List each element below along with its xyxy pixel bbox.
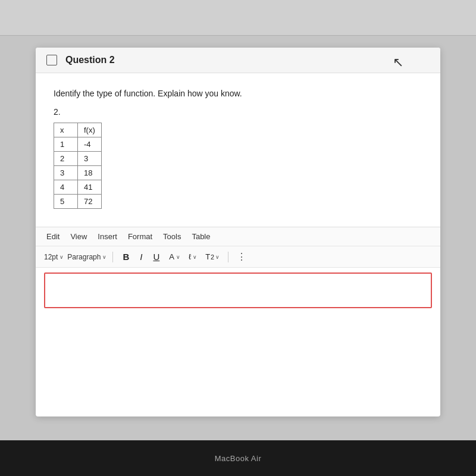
cell-fx-5: 72 xyxy=(78,195,102,209)
editor-toolbar-wrapper: Edit View Insert Format Tools Table 12pt… xyxy=(36,227,440,308)
cell-x-3: 3 xyxy=(54,166,78,180)
formatting-bar: 12pt ∨ Paragraph ∨ B I U A ∨ ℓ ∨ T2 xyxy=(36,246,440,268)
col-fx-header: f(x) xyxy=(78,123,102,137)
table-row: 4 41 xyxy=(54,180,102,195)
menu-insert[interactable]: Insert xyxy=(98,232,117,241)
question-number: 2. xyxy=(54,107,422,117)
function-table: x f(x) 1 -4 2 3 3 18 xyxy=(54,123,102,209)
paragraph-chevron-icon: ∨ xyxy=(102,254,107,260)
superscript-chevron-icon: ∨ xyxy=(215,254,220,260)
top-bar xyxy=(0,0,476,36)
font-size-selector[interactable]: 12pt ∨ xyxy=(44,253,64,261)
col-x-header: x xyxy=(54,123,78,137)
menu-format[interactable]: Format xyxy=(128,232,152,241)
table-row: 1 -4 xyxy=(54,137,102,152)
underline-button[interactable]: U xyxy=(149,250,163,263)
table-row: 5 72 xyxy=(54,195,102,209)
table-row: 2 3 xyxy=(54,152,102,166)
cell-fx-4: 41 xyxy=(78,180,102,195)
menu-view[interactable]: View xyxy=(70,232,87,241)
question-header: Question 2 ↖ xyxy=(36,48,440,73)
cell-x-5: 5 xyxy=(54,195,78,209)
cell-fx-3: 18 xyxy=(78,166,102,180)
color-chevron-icon: ∨ xyxy=(176,254,180,260)
question-title: Question 2 xyxy=(65,55,115,65)
cell-x-2: 2 xyxy=(54,152,78,166)
cell-x-4: 4 xyxy=(54,180,78,195)
question-checkbox[interactable] xyxy=(46,55,57,65)
cell-fx-1: -4 xyxy=(78,137,102,152)
font-size-chevron-icon: ∨ xyxy=(60,254,64,260)
bold-button[interactable]: B xyxy=(119,250,133,263)
paragraph-selector[interactable]: Paragraph ∨ xyxy=(67,253,107,261)
paragraph-value: Paragraph xyxy=(67,253,101,261)
bottom-bar: MacBook Air xyxy=(0,440,476,476)
highlight-chevron-icon: ∨ xyxy=(193,254,197,260)
more-options-button[interactable]: ⋮ xyxy=(234,250,249,264)
menu-edit[interactable]: Edit xyxy=(46,232,60,241)
answer-text-area[interactable] xyxy=(44,273,432,308)
menu-tools[interactable]: Tools xyxy=(163,232,181,241)
highlight-button[interactable]: ℓ ∨ xyxy=(186,251,199,262)
font-size-value: 12pt xyxy=(44,253,58,261)
document-panel: Question 2 ↖ Identify the type of functi… xyxy=(36,48,440,416)
cell-x-1: 1 xyxy=(54,137,78,152)
cell-fx-2: 3 xyxy=(78,152,102,166)
italic-button[interactable]: I xyxy=(136,250,146,263)
superscript-button[interactable]: T2 ∨ xyxy=(203,251,222,262)
instruction-text: Identify the type of function. Explain h… xyxy=(54,87,422,100)
menu-table[interactable]: Table xyxy=(192,232,210,241)
font-color-button[interactable]: A ∨ xyxy=(167,251,183,262)
table-row: 3 18 xyxy=(54,166,102,180)
divider-2 xyxy=(228,252,228,262)
divider-1 xyxy=(112,252,113,262)
question-body: Identify the type of function. Explain h… xyxy=(36,73,440,209)
menu-bar: Edit View Insert Format Tools Table xyxy=(36,227,440,246)
macbook-label: MacBook Air xyxy=(215,454,261,463)
main-area: Question 2 ↖ Identify the type of functi… xyxy=(0,36,476,440)
